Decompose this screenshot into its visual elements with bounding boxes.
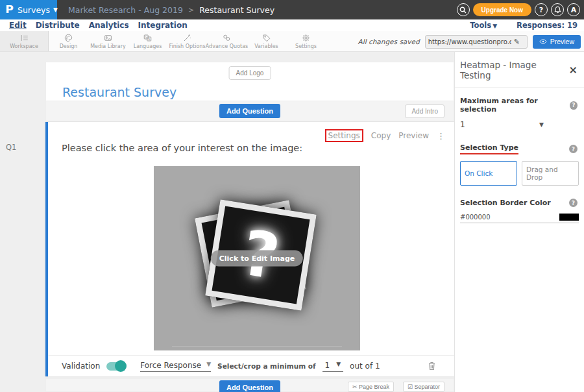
questionpro-logo-icon: P bbox=[5, 4, 14, 16]
topbar-actions: Upgrade Now ? A bbox=[457, 0, 580, 19]
heatmap-settings-panel: Heatmap - Image Testing × Maximum areas … bbox=[454, 52, 584, 392]
heatmap-image-placeholder[interactable]: ? Click to Edit Image bbox=[154, 166, 360, 350]
max-areas-select[interactable]: 1 ▼ bbox=[455, 114, 584, 129]
top-bar: P Surveys ▼ Market Research - Aug 2019 >… bbox=[0, 0, 584, 19]
toggle-knob bbox=[115, 360, 127, 372]
question-copy-button[interactable]: Copy bbox=[371, 131, 391, 140]
question-actions: Settings Copy Preview ⋮ bbox=[325, 129, 445, 142]
validation-toggle[interactable] bbox=[106, 362, 126, 371]
question-card: Settings Copy Preview ⋮ Please click the… bbox=[45, 122, 454, 376]
add-question-button[interactable]: Add Question bbox=[219, 104, 280, 118]
click-to-edit-image-button[interactable]: Click to Edit Image bbox=[211, 251, 303, 267]
separator-button[interactable]: ☑ Separator bbox=[403, 382, 444, 392]
chevron-down-icon: ▼ bbox=[206, 361, 211, 370]
toolbar-item-variables[interactable]: Variables bbox=[247, 31, 286, 51]
upgrade-now-button[interactable]: Upgrade Now bbox=[473, 3, 531, 16]
max-areas-label: Maximum areas for selection bbox=[460, 97, 570, 114]
question-number: Q1 bbox=[6, 143, 16, 152]
toolbar-item-settings[interactable]: Settings bbox=[286, 31, 326, 51]
nav-tab-distribute[interactable]: Distribute bbox=[36, 21, 80, 30]
breadcrumb-parent[interactable]: Market Research - Aug 2019 bbox=[68, 5, 183, 15]
close-icon[interactable]: × bbox=[569, 67, 578, 73]
on-click-button[interactable]: On Click bbox=[460, 161, 517, 186]
image-icon bbox=[103, 33, 113, 43]
chain-links-icon bbox=[222, 33, 232, 43]
edit-pencil-icon[interactable]: ✎ bbox=[514, 38, 522, 46]
breadcrumb-separator: > bbox=[188, 6, 194, 14]
add-intro-button[interactable]: Add Intro bbox=[405, 104, 444, 118]
surveys-menu[interactable]: P Surveys ▼ bbox=[0, 0, 57, 19]
chevron-down-icon: ▼ bbox=[53, 6, 58, 13]
min-select-label: Select/crop a minimum of bbox=[217, 362, 315, 370]
color-swatch[interactable] bbox=[559, 214, 579, 221]
toolbar-item-languages[interactable]: SA Languages bbox=[128, 31, 167, 51]
validation-row: Validation Force Response ▼ Select/crop … bbox=[48, 355, 454, 376]
avatar[interactable]: A bbox=[567, 3, 580, 16]
breadcrumb: Market Research - Aug 2019 > Restaurant … bbox=[68, 5, 274, 15]
nav-tab-analytics[interactable]: Analytics bbox=[89, 21, 129, 30]
tag-icon bbox=[262, 33, 271, 43]
survey-header-card: Add Logo Restaurant Survey bbox=[45, 62, 454, 101]
survey-url-box: ✎ bbox=[425, 35, 528, 49]
page-break-button[interactable]: ✂ Page Break bbox=[348, 382, 394, 392]
nav-tab-integration[interactable]: Integration bbox=[138, 21, 188, 30]
toolbar-item-media-library[interactable]: Media Library bbox=[88, 31, 128, 51]
delete-question-trash-icon[interactable] bbox=[428, 361, 436, 373]
preview-button[interactable]: Preview bbox=[533, 35, 581, 49]
toolbar-item-advance-quotas[interactable]: Advance Quotas bbox=[207, 31, 247, 51]
drag-and-drop-button[interactable]: Drag and Drop bbox=[522, 161, 579, 186]
selection-type-label: Selection Type bbox=[460, 143, 518, 154]
save-status: All changes saved bbox=[358, 38, 420, 45]
surveys-menu-label: Surveys bbox=[18, 5, 50, 15]
chevron-down-icon: ▼ bbox=[539, 121, 544, 128]
notifications-bell-icon[interactable] bbox=[551, 3, 564, 16]
help-icon[interactable]: ? bbox=[535, 3, 548, 16]
gear-icon bbox=[301, 33, 311, 43]
translate-icon: SA bbox=[143, 33, 152, 43]
svg-text:A: A bbox=[148, 38, 151, 41]
toolbar-item-design[interactable]: Design bbox=[49, 31, 88, 51]
tools-dropdown[interactable]: Tools ▼ bbox=[470, 21, 497, 30]
selection-type-buttons: On Click Drag and Drop bbox=[455, 154, 584, 186]
survey-url-input[interactable] bbox=[426, 38, 514, 45]
toolbar-item-workspace[interactable]: Workspace bbox=[0, 31, 49, 51]
min-select-dropdown[interactable]: 1 ▼ bbox=[322, 361, 344, 372]
force-response-dropdown[interactable]: Force Response ▼ bbox=[140, 361, 211, 372]
add-logo-button[interactable]: Add Logo bbox=[229, 66, 271, 80]
question-text[interactable]: Please click the area of your interest o… bbox=[62, 143, 302, 153]
help-icon[interactable]: ? bbox=[570, 101, 578, 110]
workspace-icon bbox=[19, 33, 29, 43]
chevron-down-icon: ▼ bbox=[336, 361, 341, 370]
magic-wand-icon bbox=[182, 33, 192, 43]
add-question-strip: Add Question Add Intro bbox=[45, 101, 454, 121]
question-settings-button[interactable]: Settings bbox=[325, 129, 363, 142]
eye-icon bbox=[539, 38, 547, 45]
add-question-button-bottom[interactable]: Add Question bbox=[219, 380, 280, 392]
help-icon[interactable]: ? bbox=[569, 199, 578, 207]
chevron-down-icon: ▼ bbox=[493, 23, 497, 29]
search-icon[interactable] bbox=[457, 3, 470, 16]
bottom-add-strip: Add Question ✂ Page Break ☑ Separator bbox=[45, 378, 454, 392]
panel-title: Heatmap - Image Testing bbox=[460, 60, 569, 80]
help-icon[interactable]: ? bbox=[569, 145, 578, 153]
editor-toolbar: Workspace Design Media Library SA Langua… bbox=[0, 31, 584, 52]
placeholder-baseline bbox=[172, 346, 342, 347]
border-color-input[interactable]: #000000 bbox=[460, 214, 579, 223]
toolbar-item-finish-options[interactable]: Finish Options bbox=[167, 31, 207, 51]
questionpro-survey-editor: P Surveys ▼ Market Research - Aug 2019 >… bbox=[0, 0, 584, 392]
border-color-value: #000000 bbox=[460, 214, 491, 221]
svg-text:S: S bbox=[145, 36, 147, 39]
breadcrumb-current: Restaurant Survey bbox=[199, 5, 274, 15]
border-color-label: Selection Border Color bbox=[460, 199, 551, 207]
validation-label: Validation bbox=[62, 361, 100, 371]
main-nav: Edit Distribute Analytics Integration To… bbox=[0, 19, 584, 31]
survey-title[interactable]: Restaurant Survey bbox=[62, 85, 176, 99]
palette-icon bbox=[64, 33, 73, 43]
out-of-label: out of 1 bbox=[350, 361, 380, 371]
responses-count[interactable]: Responses: 19 bbox=[517, 21, 578, 30]
kebab-menu-icon[interactable]: ⋮ bbox=[437, 131, 445, 141]
nav-tab-edit[interactable]: Edit bbox=[9, 21, 27, 30]
question-preview-button[interactable]: Preview bbox=[398, 131, 429, 140]
